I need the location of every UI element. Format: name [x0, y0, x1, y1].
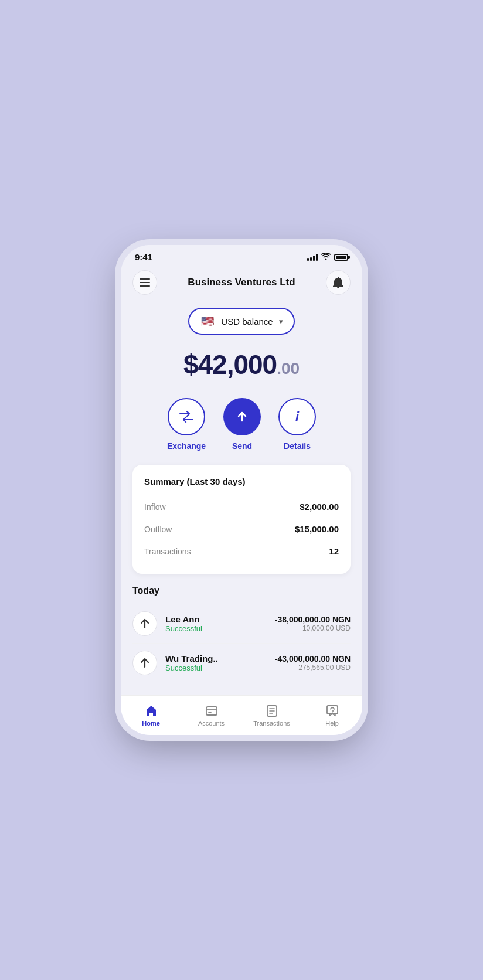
status-bar: 9:41 [121, 245, 362, 266]
today-label: Today [132, 586, 351, 596]
transactions-icon [266, 705, 278, 717]
summary-transactions-value: 12 [329, 546, 339, 556]
summary-inflow-row: Inflow $2,000.00 [144, 496, 339, 518]
tx-ngn-1: -38,000,000.00 NGN [275, 615, 351, 624]
send-circle [223, 398, 261, 435]
nav-home-label: Home [142, 720, 160, 727]
tx-usd-1: 10,000.00 USD [275, 624, 351, 632]
summary-title: Summary (Last 30 days) [144, 477, 339, 486]
summary-outflow-key: Outflow [144, 525, 172, 534]
summary-inflow-value: $2,000.00 [300, 502, 339, 512]
main-balance: $42,000.00 [121, 341, 362, 392]
notification-button[interactable] [326, 270, 351, 295]
exchange-action[interactable]: Exchange [167, 398, 206, 451]
send-label: Send [232, 441, 252, 451]
balance-main: $42,000 [183, 349, 277, 380]
exchange-label: Exchange [167, 441, 206, 451]
chevron-down-icon: ▾ [279, 317, 283, 326]
accounts-icon [205, 705, 218, 717]
balance-cents: .00 [277, 359, 300, 377]
today-section: Today Lee Ann Successful -38,000,000.00 … [121, 586, 362, 682]
home-icon [145, 705, 158, 717]
nav-transactions[interactable]: Transactions [242, 700, 302, 731]
signal-icon [307, 254, 318, 261]
tx-usd-2: 275,565.00 USD [275, 663, 351, 672]
balance-selector[interactable]: 🇺🇸 USD balance ▾ [188, 308, 294, 335]
tx-ngn-2: -43,000,000.00 NGN [275, 654, 351, 663]
header: Business Ventures Ltd [121, 266, 362, 302]
summary-outflow-row: Outflow $15,000.00 [144, 518, 339, 540]
header-title: Business Ventures Ltd [188, 277, 295, 288]
send-icon [236, 410, 249, 423]
main-content: 🇺🇸 USD balance ▾ $42,000.00 Exchange [121, 302, 362, 735]
svg-point-6 [332, 712, 333, 713]
nav-accounts[interactable]: Accounts [181, 700, 242, 731]
tx-status-2: Successful [165, 663, 267, 672]
wifi-icon [321, 253, 331, 262]
info-icon: i [295, 409, 299, 424]
bell-icon [333, 277, 343, 288]
nav-home[interactable]: Home [121, 700, 181, 731]
help-icon [326, 705, 339, 717]
tx-name-1: Lee Ann [165, 614, 267, 624]
tx-amounts-2: -43,000,000.00 NGN 275,565.00 USD [275, 654, 351, 672]
phone-frame: 9:41 [121, 245, 362, 735]
menu-button[interactable] [132, 270, 157, 295]
status-time: 9:41 [135, 252, 152, 262]
currency-flag: 🇺🇸 [200, 314, 215, 329]
svg-rect-2 [140, 285, 150, 287]
exchange-circle [168, 398, 205, 435]
nav-accounts-label: Accounts [198, 720, 225, 727]
tx-status-1: Successful [165, 624, 267, 633]
svg-rect-0 [140, 278, 150, 280]
transaction-item-2[interactable]: Wu Trading.. Successful -43,000,000.00 N… [132, 644, 351, 682]
transaction-item[interactable]: Lee Ann Successful -38,000,000.00 NGN 10… [132, 604, 351, 644]
balance-selector-label: USD balance [221, 317, 273, 326]
tx-info-1: Lee Ann Successful [165, 614, 267, 633]
send-action[interactable]: Send [223, 398, 261, 451]
nav-help[interactable]: Help [302, 700, 362, 731]
details-circle: i [278, 398, 316, 435]
details-label: Details [284, 441, 311, 451]
action-buttons: Exchange Send i Details [121, 392, 362, 465]
summary-transactions-row: Transactions 12 [144, 540, 339, 562]
summary-card: Summary (Last 30 days) Inflow $2,000.00 … [132, 465, 351, 574]
bottom-nav: Home Accounts Transactions [121, 695, 362, 735]
tx-info-2: Wu Trading.. Successful [165, 654, 267, 672]
svg-rect-3 [206, 707, 217, 715]
battery-icon [334, 254, 348, 261]
summary-outflow-value: $15,000.00 [295, 524, 339, 534]
tx-amounts-1: -38,000,000.00 NGN 10,000.00 USD [275, 615, 351, 632]
tx-name-2: Wu Trading.. [165, 654, 267, 663]
svg-rect-1 [140, 282, 150, 283]
hamburger-icon [140, 278, 150, 287]
nav-help-label: Help [325, 720, 339, 727]
tx-icon-wrap-1 [132, 611, 157, 636]
nav-transactions-label: Transactions [253, 720, 290, 727]
status-icons [307, 253, 348, 262]
tx-send-icon-2 [140, 658, 149, 668]
tx-send-icon-1 [140, 618, 149, 629]
exchange-icon [179, 411, 193, 423]
balance-selector-wrap: 🇺🇸 USD balance ▾ [121, 302, 362, 341]
summary-transactions-key: Transactions [144, 547, 191, 556]
tx-icon-wrap-2 [132, 651, 157, 675]
details-action[interactable]: i Details [278, 398, 316, 451]
summary-inflow-key: Inflow [144, 502, 166, 512]
